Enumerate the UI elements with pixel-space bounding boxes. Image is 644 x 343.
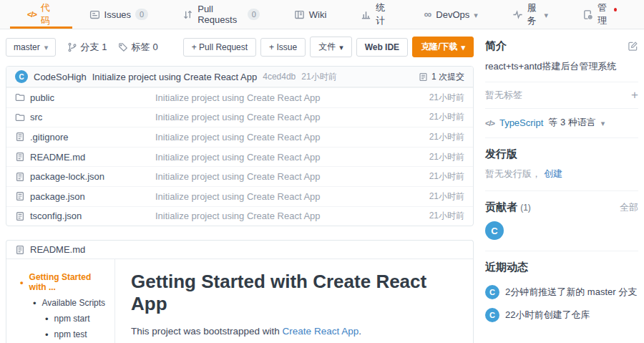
- chevron-down-icon: [601, 117, 605, 128]
- file-commit-message[interactable]: Initialize project using Create React Ap…: [155, 92, 400, 103]
- commit-author-name[interactable]: CodeSoHigh: [34, 72, 87, 82]
- languages-row[interactable]: TypeScript 等 3 种语言: [485, 109, 638, 138]
- tab-pull-requests[interactable]: Pull Requests 0: [165, 0, 277, 29]
- repo-nav: 代码 Issues 0 Pull Requests 0 Wiki 统计 DevO…: [0, 0, 644, 29]
- branch-link[interactable]: master: [587, 286, 616, 297]
- toc-item[interactable]: • Available Scripts: [6, 295, 114, 311]
- file-name-cell[interactable]: README.md: [15, 152, 155, 163]
- files-dropdown-button[interactable]: 文件: [310, 37, 352, 57]
- file-row[interactable]: src Initialize project using Create Reac…: [6, 107, 473, 127]
- chevron-down-icon: [44, 42, 49, 52]
- tab-stats[interactable]: 统计: [343, 0, 406, 29]
- tab-stats-label: 统计: [376, 1, 389, 27]
- activity-avatar[interactable]: C: [485, 285, 499, 299]
- language-suffix: 等 3 种语言: [548, 116, 595, 129]
- file-name: public: [30, 92, 54, 103]
- toc-item-label: npm test: [54, 329, 87, 339]
- wiki-icon: [294, 9, 305, 20]
- tab-manage[interactable]: 管理: [565, 0, 634, 29]
- commit-sha[interactable]: 4ced4db: [263, 72, 296, 82]
- file-name-cell[interactable]: src: [15, 112, 155, 122]
- file-commit-time: 21小时前: [400, 151, 464, 163]
- file-name: tsconfig.json: [30, 211, 82, 221]
- file-name-cell[interactable]: tsconfig.json: [15, 211, 155, 221]
- tab-services[interactable]: 服务: [495, 0, 565, 29]
- file-commit-message[interactable]: Initialize project using Create React Ap…: [155, 112, 400, 122]
- pull-request-icon: [182, 9, 193, 20]
- readme-content: Getting Started with Create React App Th…: [115, 259, 473, 343]
- edit-icon[interactable]: [628, 41, 638, 52]
- bullet-icon: •: [20, 278, 24, 287]
- file-commit-message[interactable]: Initialize project using Create React Ap…: [155, 152, 400, 163]
- tags-label: 标签: [131, 41, 150, 54]
- clone-download-button[interactable]: 克隆/下载: [412, 37, 474, 57]
- tab-issues[interactable]: Issues 0: [72, 0, 166, 29]
- tab-issues-label: Issues: [104, 9, 132, 20]
- file-commit-message[interactable]: Initialize project using Create React Ap…: [155, 132, 400, 142]
- branch-selector[interactable]: master: [6, 38, 56, 57]
- tags-count: 0: [152, 42, 157, 52]
- commit-history-icon: [419, 72, 428, 82]
- commits-count-link[interactable]: 1 次提交: [419, 71, 464, 83]
- file-name: src: [30, 112, 42, 122]
- contributor-avatar[interactable]: C: [485, 221, 504, 240]
- language-link[interactable]: TypeScript: [499, 117, 543, 128]
- toc-item-label: Available Scripts: [42, 298, 106, 308]
- pull-requests-count-badge: 0: [248, 9, 260, 20]
- tag-icon: [118, 42, 128, 52]
- branches-link[interactable]: 分支 1: [67, 41, 107, 54]
- toc-item[interactable]: • Getting Started with ...: [6, 269, 114, 295]
- file-row[interactable]: README.md Initialize project using Creat…: [6, 147, 473, 167]
- bullet-icon: •: [45, 314, 49, 324]
- new-issue-button[interactable]: + Issue: [260, 38, 306, 57]
- readme-paragraph-text: This project was bootstrapped with: [131, 326, 283, 337]
- activity-avatar[interactable]: C: [485, 308, 499, 322]
- releases-header: 发行版: [485, 138, 638, 168]
- file-row[interactable]: public Initialize project using Create R…: [6, 87, 473, 107]
- readme-header-label: README.md: [30, 244, 85, 255]
- file-commit-time: 21小时前: [400, 131, 464, 143]
- file-commit-message[interactable]: Initialize project using Create React Ap…: [155, 191, 400, 202]
- tags-row: 暂无标签: [485, 82, 638, 109]
- file-commit-time: 21小时前: [400, 111, 464, 123]
- branch-selector-value: master: [14, 42, 40, 52]
- readme-paragraph-period: .: [358, 326, 361, 337]
- intro-title: 简介: [485, 39, 507, 53]
- tags-link[interactable]: 标签 0: [118, 41, 157, 54]
- commit-message[interactable]: Initialize project using Create React Ap…: [92, 72, 258, 82]
- file-row[interactable]: .gitignore Initialize project using Crea…: [6, 127, 473, 147]
- tab-devops[interactable]: DevOps: [407, 0, 495, 29]
- tab-code[interactable]: 代码: [10, 0, 72, 29]
- new-pull-request-button[interactable]: + Pull Request: [183, 38, 256, 57]
- view-all-contributors-link[interactable]: 全部: [620, 201, 638, 214]
- toc-item[interactable]: • npm test: [6, 327, 114, 342]
- contributors-avatars: C: [485, 221, 638, 251]
- file-row[interactable]: tsconfig.json Initialize project using C…: [6, 206, 473, 226]
- file-commit-message[interactable]: Initialize project using Create React Ap…: [155, 211, 400, 221]
- branches-count: 1: [102, 42, 107, 52]
- commit-author-avatar[interactable]: C: [15, 70, 28, 83]
- file-row[interactable]: package-lock.json Initialize project usi…: [6, 166, 473, 186]
- bullet-icon: •: [33, 299, 36, 308]
- file-commit-time: 21小时前: [400, 190, 464, 203]
- readme-panel: README.md • Getting Started with ... • A…: [6, 240, 474, 343]
- file-name-cell[interactable]: package.json: [15, 191, 155, 202]
- main-column: master 分支 1 标签 0: [6, 29, 474, 343]
- add-tag-icon[interactable]: [631, 90, 638, 100]
- file-row[interactable]: package.json Initialize project using Cr…: [6, 186, 473, 206]
- tab-wiki[interactable]: Wiki: [277, 0, 344, 29]
- create-release-link[interactable]: 创建: [544, 168, 562, 180]
- file-name-cell[interactable]: .gitignore: [15, 132, 155, 142]
- tab-devops-label: DevOps: [436, 9, 469, 20]
- file-commit-message[interactable]: Initialize project using Create React Ap…: [155, 171, 400, 182]
- service-icon: [512, 9, 523, 20]
- file-name-cell[interactable]: public: [15, 92, 155, 103]
- create-react-app-link[interactable]: Create React App: [283, 326, 359, 337]
- clone-download-label: 克隆/下载: [421, 41, 457, 53]
- web-ide-button[interactable]: Web IDE: [356, 38, 408, 57]
- toc-item[interactable]: • npm start: [6, 311, 114, 327]
- stats-icon: [361, 9, 371, 20]
- file-name-cell[interactable]: package-lock.json: [15, 171, 155, 182]
- tab-services-label: 服务: [527, 1, 540, 27]
- readme-header: README.md: [6, 241, 473, 259]
